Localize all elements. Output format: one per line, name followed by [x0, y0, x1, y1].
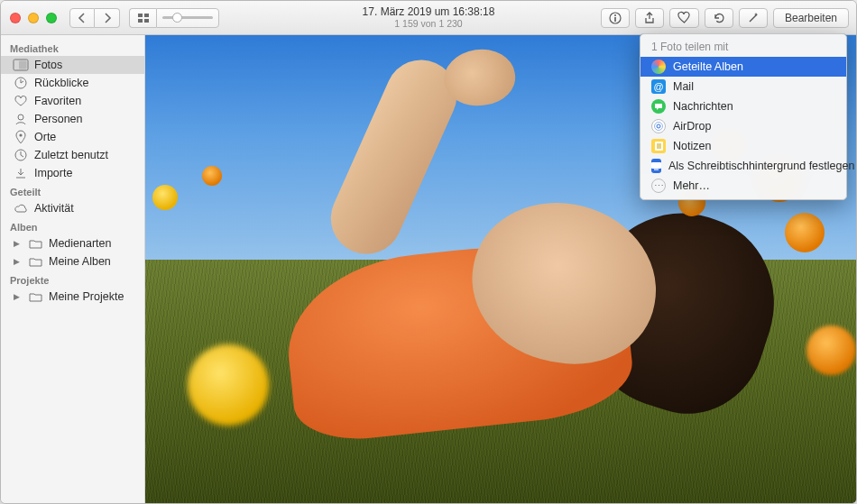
svg-rect-16	[651, 162, 661, 169]
heart-icon	[677, 12, 691, 23]
svg-rect-17	[654, 169, 659, 170]
chevron-left-icon	[78, 14, 86, 23]
sidebar-item-people[interactable]: Personen	[1, 110, 144, 128]
share-item-messages[interactable]: Nachrichten	[640, 96, 846, 116]
share-button[interactable]	[635, 8, 664, 28]
svg-point-14	[655, 123, 663, 131]
heart-icon	[14, 95, 28, 107]
sidebar-heading-albums: Alben	[1, 217, 144, 234]
fullscreen-window-button[interactable]	[46, 13, 57, 23]
edit-label: Bearbeiten	[785, 12, 837, 24]
window-controls	[1, 13, 57, 23]
sidebar-item-memories[interactable]: Rückblicke	[1, 74, 144, 92]
sidebar-label: Zuletzt benutzt	[34, 149, 135, 161]
sidebar-item-favorites[interactable]: Favoriten	[1, 92, 144, 110]
messages-icon	[651, 99, 666, 114]
info-icon	[609, 12, 622, 24]
svg-rect-3	[144, 19, 149, 23]
sidebar-label: Rückblicke	[34, 77, 135, 89]
flower-icon	[188, 344, 269, 426]
svg-rect-1	[144, 14, 149, 17]
share-icon	[643, 12, 656, 24]
mail-icon: @	[651, 79, 666, 94]
share-item-mail[interactable]: @ Mail	[640, 77, 846, 96]
share-item-shared-albums[interactable]: Geteilte Alben	[640, 57, 846, 77]
folder-icon	[28, 237, 42, 250]
svg-point-13	[657, 124, 660, 128]
close-window-button[interactable]	[10, 13, 21, 23]
sidebar-label: Importe	[34, 167, 135, 179]
disclosure-triangle-icon[interactable]: ▶	[14, 293, 22, 301]
svg-rect-2	[138, 19, 143, 23]
sidebar-item-places[interactable]: Orte	[1, 128, 144, 146]
favorite-button[interactable]	[669, 8, 699, 28]
rotate-icon	[713, 12, 725, 24]
share-item-airdrop[interactable]: AirDrop	[640, 116, 846, 136]
back-button[interactable]	[69, 8, 95, 28]
share-item-more[interactable]: ⋯ Mehr…	[640, 176, 846, 196]
share-menu-header: 1 Foto teilen mit	[640, 38, 846, 57]
rotate-button[interactable]	[705, 8, 733, 28]
zoom-track	[162, 16, 213, 19]
sidebar-item-myalbums[interactable]: ▶ Meine Alben	[1, 252, 144, 270]
flower-icon	[806, 325, 856, 375]
folder-icon	[28, 290, 42, 303]
share-item-notes[interactable]: Notizen	[640, 136, 846, 156]
photos-icon	[14, 59, 28, 71]
people-icon	[14, 113, 28, 125]
sidebar-label: Meine Projekte	[49, 290, 135, 303]
title-center: 17. März 2019 um 16:38:18 1 159 von 1 23…	[363, 6, 495, 30]
titlebar: 17. März 2019 um 16:38:18 1 159 von 1 23…	[1, 1, 856, 35]
sidebar-heading-library: Mediathek	[1, 39, 144, 56]
grid-view-button[interactable]	[129, 8, 156, 28]
notes-icon	[651, 139, 666, 153]
sidebar-item-activity[interactable]: Aktivität	[1, 199, 144, 217]
toolbar-right: Bearbeiten	[601, 8, 856, 28]
sidebar-label: Meine Alben	[49, 255, 135, 268]
folder-icon	[28, 255, 42, 268]
shared-albums-icon	[651, 60, 666, 74]
minimize-window-button[interactable]	[28, 13, 39, 23]
view-controls	[129, 8, 219, 28]
share-menu: 1 Foto teilen mit Geteilte Alben @ Mail …	[640, 33, 847, 200]
svg-rect-0	[138, 14, 143, 17]
memories-icon	[14, 77, 28, 89]
sidebar-heading-shared: Geteilt	[1, 182, 144, 199]
info-button[interactable]	[601, 8, 630, 28]
sidebar-item-myprojects[interactable]: ▶ Meine Projekte	[1, 288, 144, 306]
pin-icon	[14, 131, 28, 143]
sidebar-item-mediatypes[interactable]: ▶ Medienarten	[1, 234, 144, 252]
photo-counter: 1 159 von 1 230	[363, 18, 495, 29]
menu-label: Notizen	[673, 140, 711, 152]
svg-point-11	[19, 133, 22, 136]
disclosure-triangle-icon[interactable]: ▶	[14, 258, 22, 266]
svg-point-5	[614, 14, 616, 16]
edit-button[interactable]: Bearbeiten	[773, 8, 849, 28]
enhance-button[interactable]	[739, 8, 768, 28]
clock-icon	[14, 149, 28, 161]
menu-label: Mail	[673, 80, 694, 93]
nav-buttons	[69, 8, 120, 28]
desktop-icon	[651, 159, 661, 173]
share-item-wallpaper[interactable]: Als Schreibtischhintergrund festlegen	[640, 156, 846, 176]
app-window: 17. März 2019 um 16:38:18 1 159 von 1 23…	[0, 0, 857, 504]
sidebar-label: Fotos	[34, 59, 135, 71]
forward-button[interactable]	[95, 8, 120, 28]
airdrop-icon	[651, 119, 666, 133]
flower-icon	[152, 185, 178, 210]
sidebar-item-photos[interactable]: Fotos	[1, 56, 144, 74]
sidebar-item-imports[interactable]: Importe	[1, 164, 144, 182]
disclosure-triangle-icon[interactable]: ▶	[14, 240, 22, 248]
zoom-slider[interactable]	[156, 8, 219, 28]
svg-point-10	[18, 115, 23, 120]
zoom-knob[interactable]	[172, 13, 182, 23]
sidebar-item-recent[interactable]: Zuletzt benutzt	[1, 146, 144, 164]
svg-rect-8	[19, 61, 27, 69]
sidebar-heading-projects: Projekte	[1, 270, 144, 288]
menu-label: AirDrop	[673, 120, 711, 133]
sidebar: Mediathek Fotos Rückblicke Favoriten Per…	[1, 35, 145, 503]
chevron-right-icon	[104, 14, 111, 23]
sidebar-label: Aktivität	[34, 202, 135, 215]
grid-icon	[138, 14, 149, 23]
wand-icon	[747, 12, 760, 24]
